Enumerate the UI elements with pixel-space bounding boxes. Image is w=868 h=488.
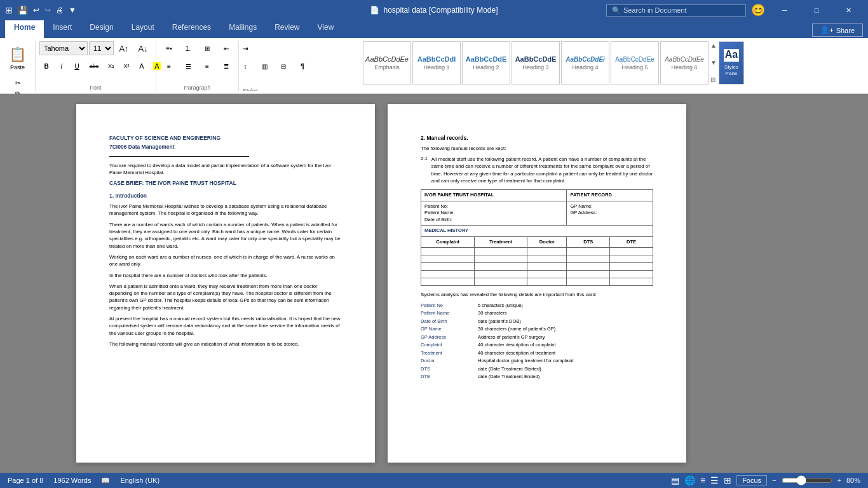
list-item: Complaint 40 character description of co… <box>421 342 653 349</box>
font-size-select[interactable]: 11 <box>89 41 114 55</box>
align-left-btn[interactable]: ≡ <box>160 58 178 74</box>
ribbon-font: Tahoma 11 A↑ A↓ B I U abc X₂ X² A A Font <box>36 41 156 91</box>
multilevel-btn[interactable]: ⊞ <box>198 41 216 56</box>
intro-para-7: At present the hospital has a manual rec… <box>109 315 342 337</box>
style-heading1[interactable]: AaBbCcDdl Heading 1 <box>412 41 461 85</box>
table-row <box>421 255 653 263</box>
cursor-line <box>109 156 249 157</box>
read-mode-icon[interactable]: ⊞ <box>724 475 731 485</box>
decrease-font-btn[interactable]: A↓ <box>134 41 152 56</box>
doc-icon: 📄 <box>370 6 379 15</box>
right-page: 2. Manual records. The following manual … <box>388 104 686 463</box>
page-info: Page 1 of 8 <box>8 477 43 484</box>
list-item: DTS date (Date Treatment Started) <box>421 366 653 373</box>
decrease-indent-btn[interactable]: ⇤ <box>217 41 235 56</box>
strikethrough-btn[interactable]: abc <box>85 58 103 74</box>
bullets-btn[interactable]: ≡• <box>160 41 178 56</box>
numbering-btn[interactable]: 1. <box>179 41 197 56</box>
zoom-slider[interactable] <box>782 475 832 485</box>
window-icon: ⊞ <box>5 5 13 15</box>
left-page: FACULTY OF SCIENCE AND ENGINEERING 7CI00… <box>76 104 375 463</box>
quick-save-icon[interactable]: 💾 <box>18 6 28 15</box>
tab-home[interactable]: Home <box>5 20 44 38</box>
justify-btn[interactable]: ≣ <box>217 58 235 74</box>
record-type-cell: PATIENT RECORD <box>567 190 653 201</box>
zoom-out-icon[interactable]: − <box>772 477 776 484</box>
item-num: 2.1 <box>421 156 428 184</box>
intro-para-8: The following manual records will give a… <box>109 341 342 348</box>
style-emphasis[interactable]: AaBbCcDdEe Emphasis <box>363 41 411 85</box>
numbering-icon: 1. <box>186 45 191 52</box>
style-heading2[interactable]: AaBbCcDdE Heading 2 <box>462 41 510 85</box>
minimize-btn[interactable]: ─ <box>770 0 799 20</box>
font-name-select[interactable]: Tahoma <box>39 41 88 55</box>
tab-view[interactable]: View <box>309 20 343 38</box>
tab-layout[interactable]: Layout <box>123 20 163 38</box>
tab-insert[interactable]: Insert <box>44 20 81 38</box>
align-left-icon: ≡ <box>167 63 171 70</box>
intro-para-3: There are a number of wards each of whic… <box>109 221 342 250</box>
styles-label: Styles <box>243 86 259 91</box>
proofing-icon[interactable]: 📖 <box>101 477 110 485</box>
zoom-in-icon[interactable]: + <box>837 477 841 484</box>
underline-btn[interactable]: U <box>70 58 84 74</box>
intro-para-5: In the hospital there are a number of do… <box>109 272 342 279</box>
multilevel-icon: ⊞ <box>205 45 210 52</box>
intro-para-4: Working on each ward are a number of nur… <box>109 254 342 268</box>
style-heading3[interactable]: AaBbCcDdE Heading 3 <box>512 41 560 85</box>
tab-review[interactable]: Review <box>266 20 308 38</box>
align-center-btn[interactable]: ☰ <box>179 58 197 74</box>
style-heading5[interactable]: AaBbCcDdEe Heading 5 <box>611 41 659 85</box>
case-brief-heading: CASE BRIEF: THE IVOR PAINE TRUST HOSPITA… <box>109 180 342 187</box>
cut-button[interactable]: ✂ <box>9 78 27 88</box>
language[interactable]: English (UK) <box>120 477 159 484</box>
web-icon[interactable]: 🌐 <box>684 475 695 485</box>
tab-design[interactable]: Design <box>81 20 122 38</box>
styles-down-icon[interactable]: ▼ <box>710 60 717 66</box>
tab-references[interactable]: References <box>163 20 220 38</box>
increase-font-btn[interactable]: A↑ <box>115 41 133 56</box>
styles-pane-icon: Aa <box>724 49 739 62</box>
styles-pane-button[interactable]: Aa Styles Pane <box>719 41 744 85</box>
col-dts: DTS <box>567 236 610 248</box>
user-icon[interactable]: 😊 <box>751 3 765 17</box>
share-button[interactable]: 👤+ Share <box>812 24 863 37</box>
gp-name-field: GP Name: <box>570 203 649 210</box>
window-controls: ─ □ ✕ <box>770 0 863 20</box>
italic-btn[interactable]: I <box>55 58 69 74</box>
faculty-title: FACULTY OF SCIENCE AND ENGINEERING <box>109 135 342 142</box>
intro-para-6: When a patient is admitted onto a ward, … <box>109 283 342 311</box>
print-icon[interactable]: 🖨 <box>56 6 64 15</box>
cut-icon: ✂ <box>15 79 20 86</box>
outline-icon[interactable]: ≡ <box>700 475 705 485</box>
table-row <box>421 271 653 278</box>
focus-btn[interactable]: Focus <box>736 475 767 485</box>
tab-mailings[interactable]: Mailings <box>220 20 266 38</box>
styles-up-icon[interactable]: ▲ <box>710 43 717 49</box>
subscript-btn[interactable]: X₂ <box>104 58 118 74</box>
bold-btn[interactable]: B <box>39 58 53 74</box>
style-heading4[interactable]: AaBbCcDdEi Heading 4 <box>561 41 609 85</box>
section-1-heading: 1. Introduction <box>109 193 342 200</box>
col-doctor: Doctor <box>527 236 567 248</box>
list-item: GP Name 30 characters (name of patient's… <box>421 326 653 333</box>
undo-icon[interactable]: ↩ <box>33 6 39 15</box>
paste-button[interactable]: 📋 Paste <box>5 42 31 75</box>
layout-icon[interactable]: ▤ <box>671 475 679 485</box>
style-heading6[interactable]: AaBbCcDdEe Heading 6 <box>660 41 709 85</box>
align-right-icon: ≡ <box>205 63 209 70</box>
styles-more-icon[interactable]: ⊟ <box>710 77 717 83</box>
font-color-btn[interactable]: A <box>135 58 149 74</box>
gp-address-field: GP Address: <box>570 210 649 217</box>
close-btn[interactable]: ✕ <box>834 0 863 20</box>
draft-icon[interactable]: ☰ <box>710 475 719 485</box>
redo-icon[interactable]: ↪ <box>44 6 51 15</box>
align-right-btn[interactable]: ≡ <box>198 58 216 74</box>
maximize-btn[interactable]: □ <box>802 0 831 20</box>
search-icon: 🔍 <box>612 6 621 15</box>
share-icon: 👤+ <box>820 26 833 34</box>
superscript-btn[interactable]: X² <box>119 58 133 74</box>
search-box[interactable]: 🔍 Search in Document <box>606 4 746 17</box>
title-bar: ⊞ 💾 ↩ ↪ 🖨 ▼ 📄 hospital data [Compatibili… <box>0 0 868 20</box>
more-icon[interactable]: ▼ <box>69 6 76 15</box>
